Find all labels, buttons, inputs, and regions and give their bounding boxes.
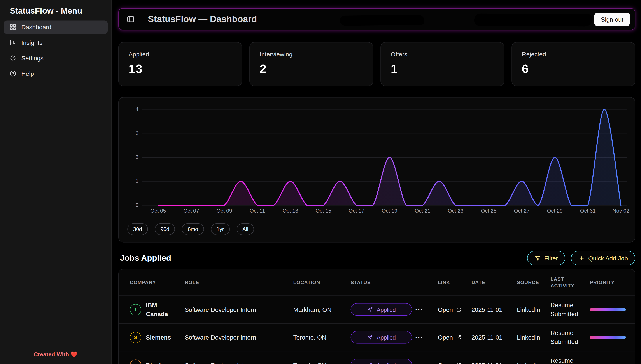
external-link-icon — [456, 334, 461, 340]
company-cell: IIBM Canada — [130, 301, 185, 318]
svg-text:1: 1 — [135, 178, 138, 184]
external-link-icon — [456, 307, 461, 312]
svg-text:Oct 17: Oct 17 — [349, 208, 364, 214]
range-button-6mo[interactable]: 6mo — [182, 223, 204, 235]
company-logo-badge: I — [130, 304, 141, 315]
sidebar-title: StatusFlow - Menu — [0, 0, 111, 20]
svg-text:Nov 02: Nov 02 — [612, 208, 629, 214]
actions-cell: ⋯ — [415, 305, 438, 314]
table-body: IIBM CanadaSoftware Developer InternMark… — [119, 296, 635, 364]
priority-cell — [590, 336, 626, 339]
filter-funnel-icon — [534, 255, 541, 261]
source-cell: LinkedIn — [517, 362, 551, 364]
insights-chart-icon — [10, 39, 17, 46]
dashboard-grid-icon — [10, 24, 17, 30]
column-header-role: ROLE — [185, 279, 293, 286]
svg-text:Oct 09: Oct 09 — [216, 208, 232, 214]
status-badge[interactable]: Applied — [351, 331, 412, 344]
applications-line-chart: 01234Oct 05Oct 07Oct 09Oct 11Oct 13Oct 1… — [119, 98, 635, 220]
stat-value: 1 — [391, 62, 494, 76]
svg-text:Oct 15: Oct 15 — [315, 208, 331, 214]
svg-text:0: 0 — [135, 202, 138, 208]
jobs-table-panel: COMPANYROLELOCATIONSTATUSLINKDATESOURCEL… — [118, 269, 635, 364]
priority-cell — [590, 308, 626, 311]
last-activity-cell: Resume Submitted — [550, 301, 583, 318]
svg-text:Oct 13: Oct 13 — [282, 208, 298, 214]
send-plane-icon — [367, 334, 373, 340]
sidebar-item-settings[interactable]: Settings — [4, 51, 108, 65]
range-button-30d[interactable]: 30d — [127, 223, 148, 235]
status-label: Applied — [377, 334, 396, 340]
settings-gear-icon — [10, 54, 17, 62]
date-cell: 2025-11-01 — [472, 334, 517, 341]
company-logo-badge: B — [130, 360, 141, 364]
company-cell: SSiemens — [130, 332, 185, 343]
company-name: Block — [146, 360, 162, 364]
jobs-actions: Filter Quick Add Job — [527, 251, 635, 265]
svg-text:4: 4 — [135, 106, 138, 112]
open-link-label: Open — [438, 334, 453, 341]
table-header-row: COMPANYROLELOCATIONSTATUSLINKDATESOURCEL… — [119, 270, 635, 296]
status-badge[interactable]: Applied — [351, 359, 412, 364]
svg-text:Oct 27: Oct 27 — [514, 208, 530, 214]
sidebar-nav: DashboardInsightsSettingsHelp — [0, 20, 111, 80]
svg-text:Oct 21: Oct 21 — [415, 208, 431, 214]
column-header-status: STATUS — [351, 279, 415, 286]
row-menu-button[interactable]: ⋯ — [415, 360, 423, 364]
filter-button-label: Filter — [544, 254, 558, 262]
stat-label: Interviewing — [260, 51, 363, 58]
actions-cell: ⋯ — [415, 360, 438, 364]
sidebar: StatusFlow - Menu DashboardInsightsSetti… — [0, 0, 112, 364]
header-divider — [141, 14, 141, 24]
sidebar-item-label: Insights — [21, 39, 43, 46]
range-button-90d[interactable]: 90d — [155, 223, 175, 235]
svg-text:Oct 07: Oct 07 — [183, 208, 199, 214]
stat-label: Applied — [129, 51, 232, 58]
sidebar-toggle-button[interactable] — [124, 12, 138, 26]
plus-icon — [578, 255, 585, 261]
table-row: IIBM CanadaSoftware Developer InternMark… — [119, 296, 635, 323]
status-badge[interactable]: Applied — [351, 303, 412, 316]
column-header-last-activity: LAST ACTIVITY — [550, 276, 590, 289]
sidebar-item-insights[interactable]: Insights — [4, 36, 108, 50]
range-button-1yr[interactable]: 1yr — [211, 223, 230, 235]
filter-button[interactable]: Filter — [527, 251, 565, 265]
external-link-icon — [456, 362, 461, 364]
status-cell: Applied — [351, 359, 415, 364]
svg-text:2: 2 — [135, 154, 138, 160]
priority-bar — [590, 308, 626, 311]
help-circle-icon — [10, 70, 17, 77]
sign-out-button[interactable]: Sign out — [594, 12, 630, 26]
stat-card-interviewing: Interviewing2 — [249, 42, 373, 86]
sidebar-item-dashboard[interactable]: Dashboard — [4, 20, 108, 34]
jobs-heading: Jobs Applied — [120, 254, 171, 263]
svg-text:Oct 31: Oct 31 — [580, 208, 596, 214]
last-activity-cell: Resume Submitted — [550, 356, 583, 364]
open-link[interactable]: Open — [438, 334, 461, 341]
stat-label: Offers — [391, 51, 494, 58]
range-button-all[interactable]: All — [237, 223, 254, 235]
screen: StatusFlow - Menu DashboardInsightsSetti… — [0, 0, 641, 364]
row-menu-button[interactable]: ⋯ — [415, 305, 423, 314]
link-cell-wrap: Open — [438, 362, 472, 364]
status-cell: Applied — [351, 331, 415, 344]
quick-add-job-button[interactable]: Quick Add Job — [571, 251, 635, 265]
company-logo-badge: S — [130, 332, 141, 343]
open-link[interactable]: Open — [438, 362, 461, 364]
svg-text:Oct 19: Oct 19 — [382, 208, 397, 214]
open-link[interactable]: Open — [438, 306, 461, 313]
table-row: BBlockSoftware Engineer InternToronto, O… — [119, 351, 635, 364]
redacted-scribble — [340, 15, 424, 26]
svg-text:Oct 11: Oct 11 — [250, 208, 265, 214]
column-header-date: DATE — [472, 279, 517, 286]
stat-card-offers: Offers1 — [380, 42, 504, 86]
chart-panel: 01234Oct 05Oct 07Oct 09Oct 11Oct 13Oct 1… — [118, 97, 635, 242]
sidebar-item-help[interactable]: Help — [4, 67, 108, 80]
company-name: Siemens — [146, 333, 171, 342]
date-cell: 2025-11-01 — [472, 306, 517, 313]
company-name: IBM Canada — [146, 301, 175, 318]
row-menu-button[interactable]: ⋯ — [415, 332, 423, 342]
page-title: StatusFlow — Dashboard — [148, 14, 257, 25]
svg-text:3: 3 — [135, 130, 138, 136]
role-cell: Software Developer Intern — [185, 334, 293, 341]
